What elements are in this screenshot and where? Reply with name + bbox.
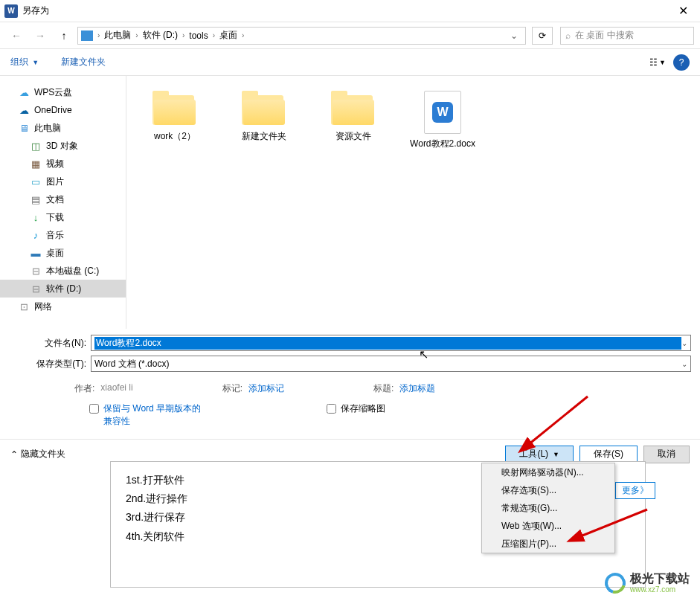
- sidebar-icon: ↓: [30, 211, 42, 223]
- sidebar-item[interactable]: 🖥此电脑: [0, 119, 126, 137]
- tag-value[interactable]: 添加标记: [248, 382, 284, 395]
- sidebar-label: 软件 (D:): [46, 283, 81, 295]
- file-item[interactable]: WWord教程2.docx: [409, 91, 476, 150]
- file-item[interactable]: 新建文件夹: [231, 91, 298, 143]
- sidebar-icon: ☁: [18, 86, 30, 98]
- chevron-down-icon: ▼: [32, 59, 39, 66]
- logo-swirl-icon: [601, 569, 629, 597]
- author-value[interactable]: xiaofei li: [100, 382, 132, 395]
- title-value[interactable]: 添加标题: [399, 382, 435, 395]
- sidebar-item[interactable]: ☁OneDrive: [0, 101, 126, 119]
- meta-row: 作者:xiaofei li 标记:添加标记 标题:添加标题: [0, 379, 700, 395]
- chevron-right-icon: ›: [134, 31, 139, 39]
- compat-label: 保留与 Word 早期版本的兼容性: [103, 402, 208, 428]
- tools-menu: 映射网络驱动器(N)...保存选项(S)...常规选项(G)...Web 选项(…: [481, 463, 615, 553]
- sidebar-item[interactable]: ⊟软件 (D:): [0, 280, 126, 298]
- thumbnail-checkbox[interactable]: [327, 404, 336, 414]
- file-label: Word教程2.docx: [410, 138, 475, 150]
- search-input[interactable]: ⌕ 在 桌面 中搜索: [560, 27, 694, 45]
- back-button[interactable]: ←: [6, 26, 27, 45]
- sidebar-label: 网络: [34, 300, 52, 313]
- save-inputs: 文件名(N): Word教程2.docx ⌄ 保存类型(T): Word 文档 …: [0, 329, 700, 379]
- save-button[interactable]: 保存(S): [579, 446, 638, 463]
- sidebar-item[interactable]: ▭图片: [0, 173, 126, 190]
- cancel-button[interactable]: 取消: [643, 446, 690, 463]
- tools-menu-item[interactable]: 映射网络驱动器(N)...: [482, 463, 614, 481]
- tools-menu-item[interactable]: Web 选项(W)...: [482, 517, 614, 535]
- chevron-down-icon: ▼: [553, 451, 559, 458]
- sidebar-item[interactable]: ▤文档: [0, 190, 126, 208]
- more-button[interactable]: 更多》: [615, 482, 655, 499]
- chevron-right-icon: ›: [96, 31, 101, 39]
- up-button[interactable]: ↑: [54, 26, 74, 45]
- toolbar: 组织 ▼ 新建文件夹 ☷ ▼ ?: [0, 49, 700, 76]
- sidebar-item[interactable]: ▬桌面: [0, 244, 126, 262]
- author-label: 作者:: [74, 382, 94, 395]
- folder-icon: [152, 91, 197, 126]
- compat-checkbox[interactable]: [89, 404, 99, 414]
- file-item[interactable]: 资源文件: [320, 91, 387, 143]
- cursor-icon: ↖: [419, 347, 428, 361]
- sidebar-icon: ⊟: [30, 283, 42, 295]
- sidebar-icon: ⊡: [18, 300, 30, 312]
- file-label: 资源文件: [335, 131, 371, 143]
- sidebar-label: 桌面: [46, 247, 64, 260]
- sidebar-item[interactable]: ♪音乐: [0, 226, 126, 244]
- sidebar-item[interactable]: ↓下载: [0, 208, 126, 226]
- sidebar-label: WPS云盘: [34, 86, 72, 99]
- sidebar-icon: ◫: [30, 140, 42, 152]
- filename-input[interactable]: Word教程2.docx ⌄: [91, 335, 691, 351]
- crumb[interactable]: 此电脑: [101, 29, 134, 42]
- chevron-down-icon[interactable]: ⌄: [681, 360, 687, 368]
- body: ☁WPS云盘☁OneDrive🖥此电脑◫3D 对象▦视频▭图片▤文档↓下载♪音乐…: [0, 76, 700, 329]
- site-logo: 极光下载站 www.xz7.com: [605, 572, 690, 594]
- sidebar-label: 图片: [46, 176, 64, 188]
- filetype-label: 保存类型(T):: [9, 358, 91, 370]
- dialog-title: 另存为: [22, 4, 49, 17]
- sidebar-label: 3D 对象: [46, 140, 78, 152]
- organize-button[interactable]: 组织 ▼: [10, 56, 39, 68]
- sidebar-icon: ▭: [30, 176, 42, 187]
- word-app-icon: W: [4, 4, 18, 18]
- search-icon: ⌕: [565, 30, 571, 41]
- refresh-button[interactable]: ⟳: [532, 27, 553, 45]
- sidebar-item[interactable]: ◫3D 对象: [0, 137, 126, 155]
- help-icon[interactable]: ?: [673, 54, 690, 71]
- sidebar-item[interactable]: ☁WPS云盘: [0, 83, 126, 101]
- breadcrumb[interactable]: › 此电脑 › 软件 (D:) › tools › 桌面 › ⌄: [77, 27, 526, 45]
- chevron-right-icon: ›: [240, 31, 245, 39]
- file-item[interactable]: work（2）: [141, 91, 208, 143]
- folder-view: work（2）新建文件夹资源文件WWord教程2.docx: [126, 76, 700, 329]
- new-folder-button[interactable]: 新建文件夹: [61, 56, 106, 68]
- chevron-down-icon[interactable]: ⌄: [681, 339, 687, 347]
- sidebar-icon: ☁: [18, 104, 30, 116]
- view-button[interactable]: ☷ ▼: [649, 54, 666, 71]
- filetype-select[interactable]: Word 文档 (*.docx) ⌄: [91, 356, 691, 372]
- sidebar-label: 此电脑: [34, 122, 61, 135]
- tools-button[interactable]: 工具(L)▼: [505, 446, 574, 463]
- folder-icon: [331, 91, 376, 126]
- options-row: 保留与 Word 早期版本的兼容性 保存缩略图: [0, 395, 700, 428]
- tools-menu-item[interactable]: 压缩图片(P)...: [482, 535, 614, 553]
- sidebar-item[interactable]: ⊟本地磁盘 (C:): [0, 262, 126, 280]
- tag-label: 标记:: [222, 382, 243, 395]
- close-button[interactable]: ✕: [667, 0, 700, 22]
- crumb[interactable]: 软件 (D:): [140, 29, 181, 42]
- hide-folders-button[interactable]: ⌃ 隐藏文件夹: [10, 448, 65, 460]
- sidebar-label: 本地磁盘 (C:): [46, 265, 99, 277]
- sidebar-item[interactable]: ▦视频: [0, 155, 126, 173]
- filename-label: 文件名(N):: [9, 337, 91, 350]
- sidebar-label: 音乐: [46, 229, 64, 242]
- tools-menu-item[interactable]: 保存选项(S)...: [482, 481, 614, 499]
- thumbnail-label: 保存缩略图: [341, 402, 385, 415]
- forward-button[interactable]: →: [30, 26, 51, 45]
- sidebar-icon: 🖥: [18, 122, 30, 134]
- sidebar-icon: ▦: [30, 158, 42, 170]
- search-placeholder: 在 桌面 中搜索: [575, 29, 634, 42]
- chevron-right-icon: ›: [211, 31, 216, 39]
- crumb[interactable]: 桌面: [216, 29, 240, 42]
- breadcrumb-dropdown[interactable]: ⌄: [506, 30, 522, 41]
- tools-menu-item[interactable]: 常规选项(G)...: [482, 499, 614, 517]
- crumb[interactable]: tools: [186, 30, 211, 41]
- sidebar-item[interactable]: ⊡网络: [0, 298, 126, 315]
